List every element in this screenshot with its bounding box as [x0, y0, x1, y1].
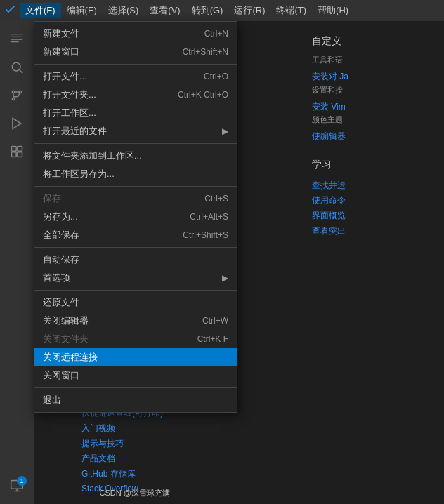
separator-2: [34, 143, 237, 144]
menu-close-remote[interactable]: 关闭远程连接: [34, 348, 237, 366]
separator-1: [34, 64, 237, 65]
menu-close-folder: 关闭文件夹 Ctrl+K F: [34, 330, 237, 348]
menu-open-folder[interactable]: 打开文件夹... Ctrl+K Ctrl+O: [34, 86, 237, 104]
dropdown-overlay: 新建文件 Ctrl+N 新建窗口 Ctrl+Shift+N 打开文件... Ct…: [0, 0, 444, 504]
menu-open-file[interactable]: 打开文件... Ctrl+O: [34, 67, 237, 86]
menu-save-all[interactable]: 全部保存 Ctrl+Shift+S: [34, 226, 237, 244]
menu-preferences[interactable]: 首选项 ▶: [34, 269, 237, 287]
menu-save-workspace[interactable]: 将工作区另存为...: [34, 165, 237, 183]
separator-4: [34, 247, 237, 248]
separator-3: [34, 186, 237, 187]
menu-close-editor[interactable]: 关闭编辑器 Ctrl+W: [34, 312, 237, 330]
menu-save: 保存 Ctrl+S: [34, 190, 237, 208]
separator-6: [34, 387, 237, 388]
menu-add-folder[interactable]: 将文件夹添加到工作区...: [34, 147, 237, 165]
menu-save-as[interactable]: 另存为... Ctrl+Alt+S: [34, 208, 237, 226]
menu-open-recent[interactable]: 打开最近的文件 ▶: [34, 122, 237, 140]
menu-new-file[interactable]: 新建文件 Ctrl+N: [34, 25, 237, 43]
menu-open-workspace[interactable]: 打开工作区...: [34, 104, 237, 122]
menu-auto-save[interactable]: 自动保存: [34, 251, 237, 269]
menu-exit[interactable]: 退出: [34, 391, 237, 409]
menu-close-window[interactable]: 关闭窗口: [34, 366, 237, 385]
menu-new-window[interactable]: 新建窗口 Ctrl+Shift+N: [34, 43, 237, 61]
file-dropdown-menu: 新建文件 Ctrl+N 新建窗口 Ctrl+Shift+N 打开文件... Ct…: [34, 21, 237, 413]
separator-5: [34, 290, 237, 291]
menu-revert[interactable]: 还原文件: [34, 293, 237, 312]
